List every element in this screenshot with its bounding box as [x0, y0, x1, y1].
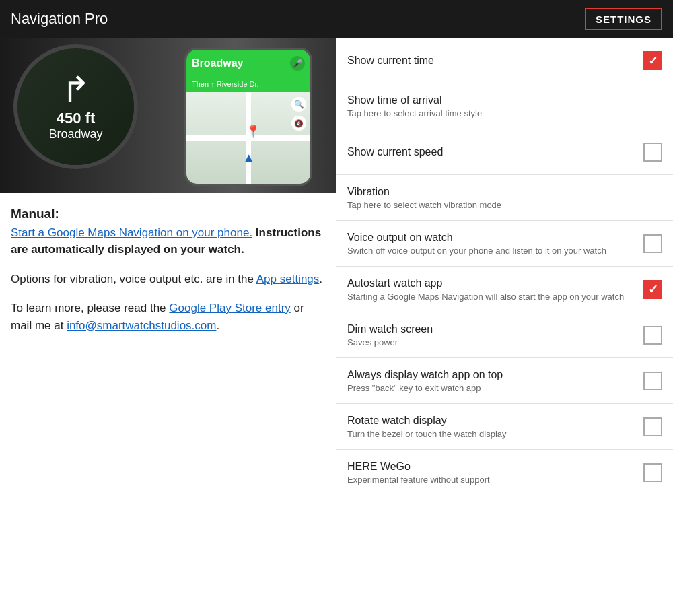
settings-paragraph: Options for vibration, voice output etc.…	[11, 271, 325, 288]
setting-subtitle-autostart-watch-app: Starting a Google Maps Navigation will a…	[347, 292, 635, 302]
setting-row-rotate-watch-display[interactable]: Rotate watch displayTurn the bezel or to…	[336, 404, 673, 450]
setting-info-show-current-time: Show current time	[347, 55, 635, 67]
email-link[interactable]: info@smartwatchstudios.com	[67, 319, 216, 332]
app-title: Navigation Pro	[11, 10, 108, 28]
setting-title-show-current-time: Show current time	[347, 55, 635, 67]
setting-subtitle-always-display-watch-app-on-top: Press "back" key to exit watch app	[347, 383, 635, 393]
map-marker-icon: 📍	[246, 124, 260, 139]
map-mute-button[interactable]: 🔇	[291, 116, 306, 131]
setting-row-here-wego[interactable]: HERE WeGoExperimental feature without su…	[336, 450, 673, 495]
setting-row-always-display-watch-app-on-top[interactable]: Always display watch app on topPress "ba…	[336, 358, 673, 404]
setting-control-here-wego	[643, 463, 662, 482]
setting-info-rotate-watch-display: Rotate watch displayTurn the bezel or to…	[347, 415, 635, 439]
map-search-button[interactable]: 🔍	[291, 97, 306, 112]
settings-button[interactable]: SETTINGS	[585, 8, 662, 30]
watch-distance: 450 ft	[57, 110, 95, 127]
setting-subtitle-vibration: Tap here to select watch vibration mode	[347, 200, 662, 210]
phone-mic-icon: 🎤	[290, 56, 305, 71]
setting-title-vibration: Vibration	[347, 186, 662, 198]
setting-row-vibration[interactable]: VibrationTap here to select watch vibrat…	[336, 175, 673, 221]
setting-row-show-current-time[interactable]: Show current time	[336, 38, 673, 83]
setting-title-rotate-watch-display: Rotate watch display	[347, 415, 635, 427]
phone-mockup: Broadway 🎤 Then ↑ Riverside Dr. 📍 ▲ 🔍 🔇	[184, 48, 316, 189]
map-navigation-arrow: ▲	[242, 150, 256, 166]
main-content: ↱ 450 ft Broadway Broadway 🎤 Then ↑ Rive…	[0, 38, 673, 616]
checkbox-dim-watch-screen[interactable]	[643, 326, 662, 345]
checkbox-voice-output-on-watch[interactable]	[643, 234, 662, 253]
setting-subtitle-rotate-watch-display: Turn the bezel or touch the watch displa…	[347, 429, 635, 439]
setting-info-autostart-watch-app: Autostart watch appStarting a Google Map…	[347, 277, 635, 302]
setting-info-here-wego: HERE WeGoExperimental feature without su…	[347, 460, 635, 485]
manual-label: Manual:	[11, 207, 59, 221]
app-settings-link[interactable]: App settings	[256, 273, 320, 285]
setting-row-show-time-of-arrival[interactable]: Show time of arrivalTap here to select a…	[336, 83, 673, 129]
setting-info-vibration: VibrationTap here to select watch vibrat…	[347, 186, 662, 210]
phone-street-name: Broadway	[192, 57, 243, 69]
setting-control-voice-output-on-watch	[643, 234, 662, 253]
setting-title-here-wego: HERE WeGo	[347, 460, 635, 473]
setting-subtitle-here-wego: Experimental feature without support	[347, 475, 635, 485]
google-maps-link[interactable]: Start a Google Maps Navigation on your p…	[11, 226, 252, 239]
checkbox-here-wego[interactable]	[643, 463, 662, 482]
setting-info-show-time-of-arrival: Show time of arrivalTap here to select a…	[347, 94, 662, 118]
learn-more-paragraph: To learn more, please read the Google Pl…	[11, 300, 325, 334]
watch-direction-arrow: ↱	[61, 72, 91, 107]
checkbox-autostart-watch-app[interactable]	[643, 280, 662, 299]
setting-control-show-current-speed	[643, 143, 662, 162]
hero-image: ↱ 450 ft Broadway Broadway 🎤 Then ↑ Rive…	[0, 38, 336, 193]
setting-info-voice-output-on-watch: Voice output on watchSwitch off voice ou…	[347, 232, 635, 256]
checkbox-show-current-speed[interactable]	[643, 143, 662, 162]
setting-row-voice-output-on-watch[interactable]: Voice output on watchSwitch off voice ou…	[336, 221, 673, 267]
google-play-link[interactable]: Google Play Store entry	[169, 302, 290, 314]
phone-nav-bar: Broadway 🎤	[186, 50, 310, 77]
setting-control-dim-watch-screen	[643, 326, 662, 345]
setting-title-voice-output-on-watch: Voice output on watch	[347, 232, 635, 244]
setting-subtitle-voice-output-on-watch: Switch off voice output on your phone an…	[347, 246, 635, 256]
phone-sub-bar: Then ↑ Riverside Dr.	[186, 77, 310, 92]
setting-control-autostart-watch-app	[643, 280, 662, 299]
learn-more-text: To learn more, please read the	[11, 302, 169, 314]
setting-info-dim-watch-screen: Dim watch screenSaves power	[347, 323, 635, 347]
checkbox-rotate-watch-display[interactable]	[643, 417, 662, 436]
phone-map-area: 📍 ▲ 🔍 🔇	[186, 92, 310, 184]
setting-subtitle-dim-watch-screen: Saves power	[347, 337, 635, 347]
period-2: .	[216, 319, 219, 332]
setting-control-show-current-time	[643, 51, 662, 70]
app-header: Navigation Pro SETTINGS	[0, 0, 673, 38]
manual-paragraph: Manual: Start a Google Maps Navigation o…	[11, 205, 325, 259]
checkbox-always-display-watch-app-on-top[interactable]	[643, 372, 662, 390]
right-panel: Show current timeShow time of arrivalTap…	[336, 38, 673, 616]
setting-info-always-display-watch-app-on-top: Always display watch app on topPress "ba…	[347, 369, 635, 393]
setting-title-show-time-of-arrival: Show time of arrival	[347, 94, 662, 106]
setting-info-show-current-speed: Show current speed	[347, 146, 635, 158]
setting-title-show-current-speed: Show current speed	[347, 146, 635, 158]
phone-body: Broadway 🎤 Then ↑ Riverside Dr. 📍 ▲ 🔍 🔇	[184, 48, 312, 186]
period-1: .	[319, 273, 322, 285]
setting-title-always-display-watch-app-on-top: Always display watch app on top	[347, 369, 635, 381]
setting-row-autostart-watch-app[interactable]: Autostart watch appStarting a Google Map…	[336, 267, 673, 312]
text-content: Manual: Start a Google Maps Navigation o…	[0, 193, 336, 358]
setting-control-rotate-watch-display	[643, 417, 662, 436]
options-text: Options for vibration, voice output etc.…	[11, 273, 256, 285]
watch-mockup: ↱ 450 ft Broadway	[13, 44, 138, 186]
setting-title-dim-watch-screen: Dim watch screen	[347, 323, 635, 335]
setting-control-always-display-watch-app-on-top	[643, 372, 662, 390]
setting-row-show-current-speed[interactable]: Show current speed	[336, 129, 673, 175]
left-panel: ↱ 450 ft Broadway Broadway 🎤 Then ↑ Rive…	[0, 38, 336, 616]
setting-title-autostart-watch-app: Autostart watch app	[347, 277, 635, 289]
setting-row-dim-watch-screen[interactable]: Dim watch screenSaves power	[336, 312, 673, 358]
checkbox-show-current-time[interactable]	[643, 51, 662, 70]
watch-circle: ↱ 450 ft Broadway	[13, 44, 138, 169]
setting-subtitle-show-time-of-arrival: Tap here to select arrival time style	[347, 108, 662, 118]
watch-street: Broadway	[48, 127, 102, 141]
